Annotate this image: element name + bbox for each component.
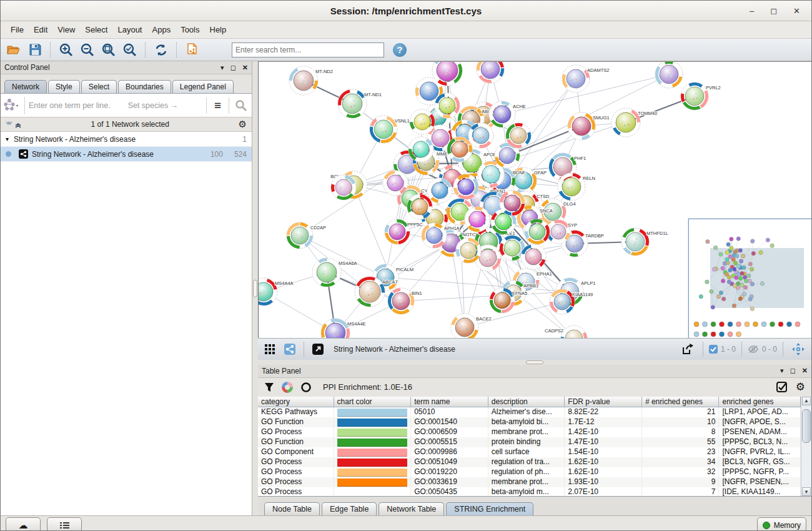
table-row[interactable]: KEGG Pathways05010Alzheimer's dise...8.8… xyxy=(258,407,801,417)
table-vertical-scrollbar[interactable]: ▲ ▼ xyxy=(801,397,811,496)
search-input[interactable] xyxy=(232,42,384,57)
minimize-button[interactable]: – xyxy=(750,7,754,15)
network-node[interactable] xyxy=(525,219,550,244)
network-node-kiaa1149[interactable]: KIAA1149 xyxy=(550,289,593,314)
column-header-term-name[interactable]: term name xyxy=(411,397,488,407)
network-node-ms4a4e[interactable]: MS4A4E xyxy=(321,319,366,338)
panel-collapse-icon[interactable]: ▾ xyxy=(220,64,224,72)
scrollbar-thumb[interactable] xyxy=(802,409,811,443)
expand-collapse-icons[interactable] xyxy=(6,121,22,128)
species-hint[interactable]: Set species → xyxy=(128,101,179,110)
refresh-button[interactable] xyxy=(152,41,171,59)
network-node[interactable] xyxy=(383,171,408,196)
task-history-button[interactable] xyxy=(47,517,82,531)
menu-edit[interactable]: Edit xyxy=(29,23,52,36)
network-options-gear-icon[interactable]: ⚙ xyxy=(239,119,247,130)
column-header-category[interactable]: category xyxy=(258,397,334,407)
settings-gear-icon[interactable]: ⚙ xyxy=(796,380,805,394)
network-canvas[interactable]: MT-ND2MT-ND1VSNL1GAB2ADAMTS2PVRL2TOMM40S… xyxy=(258,61,811,338)
column-header-fdr-p-value[interactable]: FDR p-value xyxy=(565,397,642,407)
network-node[interactable] xyxy=(506,123,531,148)
zoom-fit-button[interactable] xyxy=(99,41,118,59)
string-share-button[interactable] xyxy=(282,340,298,358)
string-options-menu-icon[interactable]: ≡ xyxy=(210,99,225,112)
network-node-adamts2[interactable]: ADAMTS2 xyxy=(562,65,609,92)
clone-network-button[interactable] xyxy=(183,41,202,59)
splitter-grip[interactable] xyxy=(253,280,257,297)
network-node-bace2[interactable]: BACE2 xyxy=(451,314,492,338)
help-button[interactable]: ? xyxy=(393,43,407,57)
network-node-vsnl1[interactable]: VSNL1 xyxy=(370,116,410,143)
zoom-out-button[interactable] xyxy=(78,41,97,59)
navigator-toggle-button[interactable] xyxy=(789,340,808,358)
save-session-button[interactable] xyxy=(26,41,44,59)
network-node-cd2ap[interactable]: CD2AP xyxy=(287,222,326,249)
memory-button[interactable]: Memory xyxy=(757,517,806,531)
network-node-tomm40[interactable]: TOMM40 xyxy=(611,108,657,137)
tab-legend-panel[interactable]: Legend Panel xyxy=(172,80,234,93)
tab-network[interactable]: Network xyxy=(4,80,47,93)
grid-view-button[interactable] xyxy=(262,340,278,358)
tab-style[interactable]: Style xyxy=(48,80,80,93)
network-node-mt-nd1[interactable]: MT-ND1 xyxy=(338,89,382,118)
filter-icon[interactable] xyxy=(264,382,274,392)
splitter-grip[interactable] xyxy=(526,360,543,364)
string-source-selector[interactable] xyxy=(3,97,25,114)
table-row[interactable]: GO ProcessGO:0033619membrane prot...1.93… xyxy=(258,477,801,487)
open-in-browser-button[interactable] xyxy=(310,340,326,358)
column-header-enriched-genes[interactable]: enriched genes xyxy=(719,397,801,407)
tree-caret-icon[interactable]: ▾ xyxy=(6,136,9,142)
close-button[interactable]: ✕ xyxy=(793,7,800,15)
string-query-input[interactable]: Enter one term per line. Set species → xyxy=(29,101,202,110)
tab-select[interactable]: Select xyxy=(81,80,117,93)
network-node-reln[interactable]: RELN xyxy=(558,173,595,201)
network-node-smug1[interactable]: SMUG1 xyxy=(568,112,610,140)
scroll-down-arrow[interactable]: ▼ xyxy=(802,487,811,496)
clear-color-ring-icon[interactable] xyxy=(300,382,312,393)
scroll-up-arrow[interactable]: ▲ xyxy=(802,397,811,405)
chart-color-donut-icon[interactable] xyxy=(282,382,293,393)
network-node-bin1[interactable]: BIN1 xyxy=(388,288,422,314)
zoom-in-button[interactable] xyxy=(57,41,76,59)
tab-string-enrichment[interactable]: STRING Enrichment xyxy=(446,502,533,515)
tab-edge-table[interactable]: Edge Table xyxy=(322,502,377,515)
maximize-button[interactable]: ◻ xyxy=(770,7,777,15)
table-row[interactable]: GO FunctionGO:0001540beta-amyloid bi...1… xyxy=(258,417,801,427)
network-node-mthfd1l[interactable]: MTHFD1L xyxy=(621,228,668,256)
tab-network-table[interactable]: Network Table xyxy=(379,502,444,515)
network-node[interactable] xyxy=(655,62,683,88)
menu-view[interactable]: View xyxy=(52,23,80,36)
zoom-selected-button[interactable] xyxy=(121,41,139,59)
menu-file[interactable]: File xyxy=(6,23,29,36)
tab-boundaries[interactable]: Boundaries xyxy=(118,80,171,93)
network-node[interactable] xyxy=(521,244,546,269)
network-collection-row[interactable]: ▾ String Network - Alzheimer's disease 1 xyxy=(1,132,252,147)
table-row[interactable]: GO FunctionGO:0005515protein binding1.47… xyxy=(258,437,801,447)
network-node-ms4a4a[interactable]: MS4A4A xyxy=(259,278,294,305)
column-header-chart-color[interactable]: chart color xyxy=(334,397,412,407)
menu-apps[interactable]: Apps xyxy=(147,23,176,36)
network-row-selected[interactable]: String Network - Alzheimer's disease 100… xyxy=(1,147,252,162)
panel-collapse-icon[interactable]: ▾ xyxy=(780,367,784,375)
network-node-mt-nd2[interactable]: MT-ND2 xyxy=(289,66,333,95)
open-session-button[interactable] xyxy=(4,41,23,59)
select-terms-checkbox-icon[interactable] xyxy=(776,382,787,392)
panel-float-icon[interactable]: ◻ xyxy=(230,64,236,72)
table-row[interactable]: GO ProcessGO:0051049regulation of tra...… xyxy=(258,457,801,467)
horizontal-splitter[interactable] xyxy=(258,360,811,365)
table-row[interactable]: GO ProcessGO:0050435beta-amyloid m...2.0… xyxy=(258,487,801,496)
table-row[interactable]: GO ProcessGO:0006509membrane prot...1.42… xyxy=(258,427,801,437)
tab-node-table[interactable]: Node Table xyxy=(264,502,320,515)
export-network-button[interactable] xyxy=(678,340,697,358)
column-header-description[interactable]: description xyxy=(488,397,565,407)
network-node[interactable] xyxy=(477,62,504,83)
menu-select[interactable]: Select xyxy=(80,23,112,36)
table-row[interactable]: GO ComponentGO:0009986cell surface1.54E-… xyxy=(258,447,801,457)
network-node-cadps2[interactable]: CADPS2 xyxy=(545,325,587,338)
string-search-button[interactable] xyxy=(233,97,249,114)
panel-float-icon[interactable]: ◻ xyxy=(790,367,796,375)
menu-help[interactable]: Help xyxy=(205,23,232,36)
menu-layout[interactable]: Layout xyxy=(112,23,147,36)
column-header--enriched-genes[interactable]: # enriched genes xyxy=(642,397,720,407)
menu-tools[interactable]: Tools xyxy=(176,23,204,36)
